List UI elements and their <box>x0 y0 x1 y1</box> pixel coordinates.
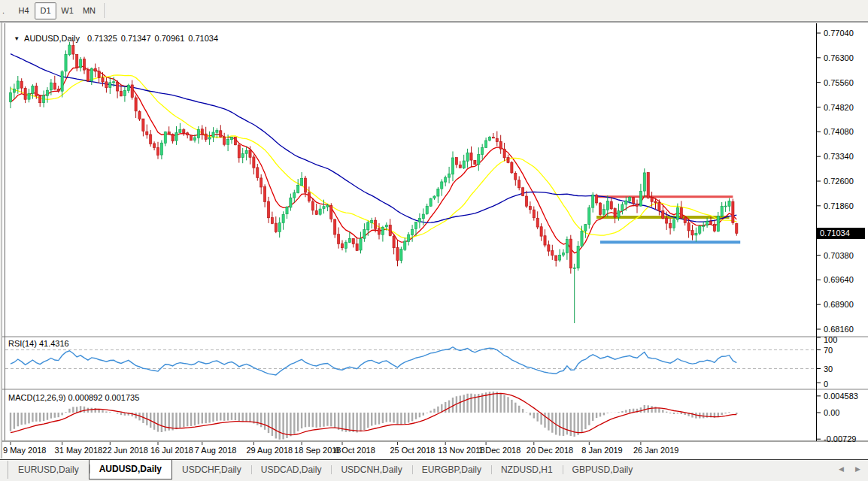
rsi-axis-tick: 100 <box>824 335 837 344</box>
toolbar-separator <box>105 3 106 18</box>
price-axis-tick: 0.68900 <box>824 300 854 309</box>
price-axis-tick: 0.72600 <box>824 177 854 186</box>
macd-axis-tick: -0.00729 <box>824 434 856 443</box>
price-axis-tick: 0.73340 <box>824 152 854 161</box>
date-axis-tick: 20 Dec 2018 <box>527 446 573 455</box>
tab-nzdusd-h1[interactable]: NZDUSD,H1 <box>491 461 563 479</box>
quote-low: 0.70961 <box>155 34 185 43</box>
current-price-tag: 0.71034 <box>817 228 865 239</box>
date-axis-tick: 6 Oct 2018 <box>335 446 375 455</box>
price-axis-tick: 0.75560 <box>824 78 854 87</box>
tabbar-left-stub <box>0 461 8 479</box>
timeframe-button-mn[interactable]: MN <box>78 2 100 20</box>
price-axis-tick: 0.74820 <box>824 103 854 112</box>
timeframe-button-d1[interactable]: D1 <box>35 2 56 20</box>
panel-splitter <box>2 389 868 390</box>
tab-audusd-daily[interactable]: AUDUSD,Daily <box>89 460 172 479</box>
macd-indicator-label: MACD(12,26,9) 0.000892 0.001735 <box>8 393 139 402</box>
price-axis-tick: 0.68160 <box>824 325 854 334</box>
tabs-scroll-left-icon[interactable]: ◀ <box>839 465 844 473</box>
tab-usdchf-daily[interactable]: USDCHF,Daily <box>172 461 251 479</box>
chart-symbol-period: AUDUSD,Daily <box>24 34 80 43</box>
toolbar-overflow-fragment: . <box>0 6 13 15</box>
panel-splitter <box>2 336 868 337</box>
price-axis-tick: 0.76300 <box>824 53 854 62</box>
tab-gbpusd-daily[interactable]: GBPUSD,Daily <box>563 461 643 479</box>
price-axis-tick: 0.70380 <box>824 251 854 260</box>
date-axis-tick: 25 Oct 2018 <box>390 446 436 455</box>
macd-axis-tick: 0.00 <box>824 408 839 417</box>
price-axis-tick: 0.71860 <box>824 201 854 210</box>
mt4-chart-screen: { "toolbar": { "overflow_fragment": ".",… <box>0 0 868 481</box>
tabs-scroll-right-icon[interactable]: ▶ <box>855 465 860 473</box>
date-axis-tick: 1 Dec 2018 <box>478 446 520 455</box>
date-axis-tick: 22 Jun 2018 <box>102 446 148 455</box>
main-price-panel <box>2 23 868 336</box>
chart-tabs-bar: EURUSD,Daily AUDUSD,Daily USDCHF,Daily U… <box>0 459 868 481</box>
rsi-indicator-label: RSI(14) 41.4316 <box>8 339 69 348</box>
quote-open: 0.71325 <box>87 34 117 43</box>
timeframe-toolbar: . H4 D1 W1 MN <box>0 0 868 21</box>
date-axis-tick: 8 Jan 2019 <box>581 446 622 455</box>
price-axis-tick: 0.77040 <box>824 29 854 38</box>
quote-close: 0.71034 <box>188 34 218 43</box>
collapse-icon[interactable]: ▼ <box>14 35 20 42</box>
timeframe-button-h4[interactable]: H4 <box>13 2 35 20</box>
rsi-axis-tick: 30 <box>824 365 833 374</box>
tab-usdcad-daily[interactable]: USDCAD,Daily <box>251 461 332 479</box>
date-axis-tick: 26 Jan 2019 <box>633 446 679 455</box>
price-axis-tick: 0.74080 <box>824 127 854 136</box>
chart-title: ▼AUDUSD,Daily0.713250.713470.709610.7103… <box>9 25 222 43</box>
quote-high: 0.71347 <box>121 34 151 43</box>
timeframe-button-w1[interactable]: W1 <box>56 2 78 20</box>
macd-axis-tick: 0.004583 <box>824 392 858 401</box>
date-axis-tick: 29 Aug 2018 <box>246 446 293 455</box>
tab-eurusd-daily[interactable]: EURUSD,Daily <box>8 461 89 479</box>
tab-usdcnh-daily[interactable]: USDCNH,Daily <box>331 461 411 479</box>
date-axis-tick: 7 Aug 2018 <box>195 446 237 455</box>
rsi-axis-tick: 0 <box>824 380 828 389</box>
rsi-axis-tick: 70 <box>824 346 833 355</box>
price-axis-tick: 0.69640 <box>824 275 854 284</box>
date-axis-tick: 16 Jul 2018 <box>150 446 193 455</box>
date-axis-tick: 9 May 2018 <box>3 446 46 455</box>
date-axis-tick: 31 May 2018 <box>55 446 103 455</box>
tab-eurgbp-daily[interactable]: EURGBP,Daily <box>412 461 491 479</box>
